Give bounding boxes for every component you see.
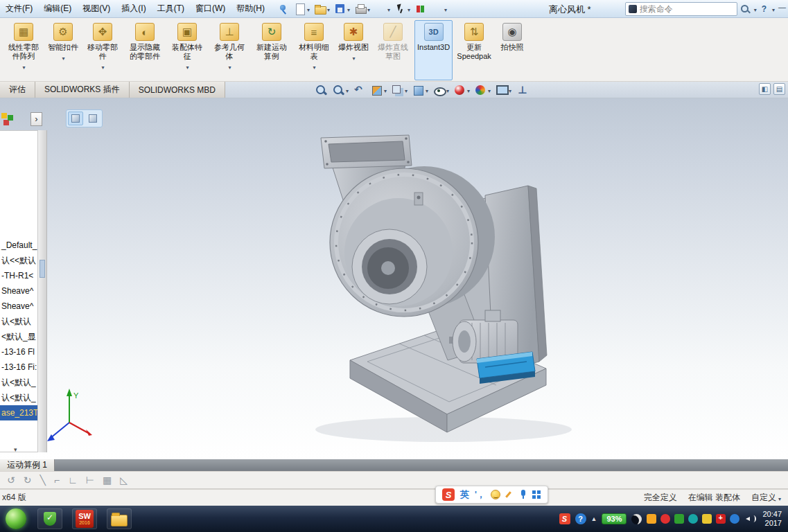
- feature-tree-item[interactable]: -13-16 Fl: [0, 344, 37, 360]
- search-icon[interactable]: [740, 4, 751, 15]
- ime-punctuation-toggle[interactable]: '，: [475, 489, 485, 501]
- new-document-icon[interactable]: [292, 2, 311, 16]
- view-orientation-button[interactable]: [85, 112, 100, 125]
- save-icon[interactable]: [333, 2, 351, 16]
- ribbon-show-hidden-button[interactable]: ◐显示隐藏的零部件: [124, 20, 166, 80]
- display-style-icon[interactable]: [410, 84, 430, 97]
- collapse-toolbar-button[interactable]: [778, 4, 786, 14]
- pin-icon[interactable]: [276, 2, 291, 16]
- ribbon-smart-fasteners-button[interactable]: ⚙智能扣件: [45, 20, 81, 80]
- options-gear-icon[interactable]: [430, 2, 448, 16]
- model-viewport-canvas[interactable]: Y Z: [0, 98, 788, 459]
- task-pane-icon[interactable]: [450, 2, 465, 16]
- tab-addins[interactable]: SOLIDWORKS 插件: [35, 82, 130, 98]
- ribbon-linear-pattern-button[interactable]: ▦线性零部件阵列: [3, 20, 44, 80]
- ribbon-new-motion-study-button[interactable]: ↻新建运动算例: [251, 20, 292, 80]
- line-tool-icon[interactable]: ╲: [40, 475, 45, 485]
- show-hidden-icons-button[interactable]: ▲: [591, 515, 597, 522]
- ribbon-move-component-button[interactable]: ✥移动零部件: [82, 20, 123, 80]
- red-cross-tray-icon[interactable]: [716, 514, 726, 524]
- menu-file[interactable]: 文件(F): [0, 0, 38, 17]
- tab-evaluate[interactable]: 评估: [0, 82, 35, 98]
- ribbon-exploded-view-button[interactable]: ✱爆炸视图: [335, 20, 371, 80]
- view-orientation-button[interactable]: [68, 112, 83, 125]
- menu-view[interactable]: 视图(V): [77, 0, 116, 17]
- ime-toolbox-icon[interactable]: [532, 490, 541, 499]
- view-orientation-icon[interactable]: [389, 84, 409, 97]
- rebuild-icon[interactable]: [413, 2, 428, 16]
- start-button[interactable]: [6, 508, 26, 529]
- feature-tree-item[interactable]: Sheave^: [0, 299, 37, 314]
- search-dropdown-icon[interactable]: [753, 4, 757, 14]
- ribbon-instant3d-button[interactable]: 3DInstant3D: [414, 20, 453, 80]
- zoom-fit-icon[interactable]: [313, 84, 329, 97]
- feature-tree-item[interactable]: 认<默认: [0, 314, 37, 329]
- emoji-icon[interactable]: [491, 490, 500, 499]
- feature-tree-item[interactable]: -13-16 Fi:: [0, 360, 37, 375]
- ribbon-reference-geometry-button[interactable]: ⊥参考几何体: [209, 20, 250, 80]
- undo-icon[interactable]: [373, 2, 392, 16]
- green-app-tray-icon[interactable]: [674, 514, 684, 524]
- menu-tools[interactable]: 工具(T): [152, 0, 190, 17]
- blue-app-tray-icon[interactable]: [730, 514, 739, 524]
- red-dot-tray-icon[interactable]: [660, 514, 670, 524]
- menu-insert[interactable]: 插入(I): [116, 0, 151, 17]
- panel-scroll-down-icon[interactable]: [14, 444, 22, 451]
- rotate-left-icon[interactable]: ↺: [7, 475, 15, 485]
- ribbon-take-snapshot-button[interactable]: ◉拍快照: [496, 20, 529, 80]
- view-settings-icon[interactable]: [493, 84, 513, 97]
- feature-tree-item[interactable]: Sheave^: [0, 283, 37, 299]
- help-tray-icon[interactable]: [575, 513, 586, 524]
- triangle-ruler-icon[interactable]: ◺: [120, 475, 128, 485]
- handwriting-icon[interactable]: [506, 490, 514, 499]
- status-custom[interactable]: 自定义: [751, 492, 781, 504]
- graphics-area[interactable]: Y Z _Default_认<<默认-TH-R1<Sheave^Sheave^认…: [0, 98, 788, 459]
- feature-tree-item[interactable]: 认<默认_: [0, 390, 37, 405]
- menu-edit[interactable]: 编辑(E): [38, 0, 77, 17]
- search-input[interactable]: [640, 4, 734, 14]
- solidworks-2016-taskbar-icon[interactable]: SW 2016: [72, 508, 97, 529]
- print-icon[interactable]: [353, 2, 371, 16]
- help-dropdown-icon[interactable]: [771, 4, 775, 14]
- menu-window[interactable]: 窗口(W): [190, 0, 231, 17]
- expand-pane-right-icon[interactable]: [773, 83, 785, 95]
- taskbar-clock[interactable]: 20:47 2017: [762, 510, 787, 528]
- panel-splitter[interactable]: [38, 130, 47, 452]
- select-cursor-icon[interactable]: [393, 2, 412, 16]
- feature-tree-item[interactable]: _Default_: [0, 238, 37, 253]
- edit-appearance-icon[interactable]: [452, 84, 471, 97]
- motion-study-tab[interactable]: 运动算例 1: [0, 459, 55, 471]
- expand-pane-left-icon[interactable]: [759, 83, 771, 95]
- help-button[interactable]: ?: [760, 4, 769, 14]
- microphone-icon[interactable]: [520, 490, 527, 499]
- sogou-ime-logo[interactable]: S: [442, 488, 455, 501]
- sogou-tray-icon[interactable]: S: [559, 513, 570, 524]
- normal-to-icon[interactable]: [514, 84, 530, 97]
- feature-tree-item[interactable]: 认<默认_: [0, 375, 37, 390]
- volume-icon[interactable]: [744, 514, 755, 524]
- angle-tool-icon[interactable]: ∟: [68, 475, 78, 485]
- tab-mbd[interactable]: SOLIDWORKS MBD: [130, 82, 225, 98]
- grid-icon[interactable]: ▦: [103, 475, 112, 485]
- ribbon-assembly-features-button[interactable]: ▣装配体特征: [166, 20, 208, 80]
- ime-mode-toggle[interactable]: 英: [460, 488, 469, 501]
- apply-scene-icon[interactable]: [473, 84, 492, 97]
- zoom-area-icon[interactable]: [331, 84, 350, 97]
- battery-indicator[interactable]: 93%: [602, 513, 627, 524]
- orange-app-tray-icon[interactable]: [647, 514, 656, 524]
- corner-tool-icon[interactable]: ⌐: [54, 475, 60, 485]
- night-mode-tray-icon[interactable]: [631, 514, 642, 524]
- file-explorer-taskbar-icon[interactable]: [107, 508, 132, 529]
- command-search[interactable]: [625, 2, 737, 16]
- ribbon-update-speedpak-button[interactable]: ⇅更新Speedpak: [453, 20, 495, 80]
- yellow-app-tray-icon[interactable]: [702, 514, 712, 524]
- splitter-grip[interactable]: [40, 260, 45, 278]
- ruler-icon[interactable]: ⊢: [86, 475, 94, 485]
- rotate-right-icon[interactable]: ↻: [24, 475, 32, 485]
- teal-app-tray-icon[interactable]: [688, 514, 698, 524]
- feature-tree-item[interactable]: <默认_显: [0, 329, 37, 344]
- expand-tree-button[interactable]: [30, 112, 42, 126]
- menu-help[interactable]: 帮助(H): [231, 0, 270, 17]
- section-view-icon[interactable]: [369, 84, 388, 97]
- previous-view-icon[interactable]: [351, 84, 367, 97]
